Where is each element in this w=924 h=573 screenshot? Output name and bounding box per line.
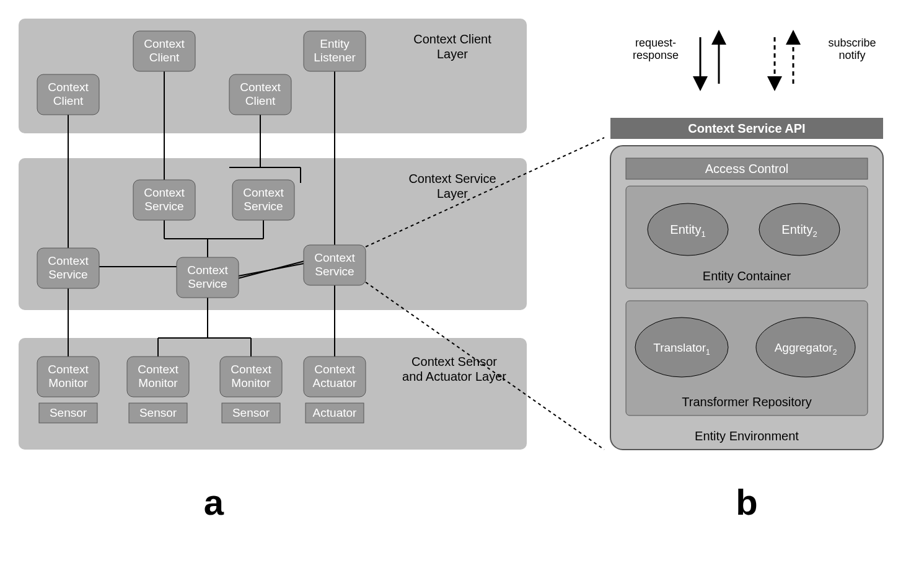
node-service-4: ContextService [177, 257, 239, 298]
svg-text:ContextClient: ContextClient [240, 81, 281, 107]
node-sensor-2: Sensor [129, 403, 187, 423]
svg-text:ContextMonitor: ContextMonitor [138, 363, 178, 389]
node-monitor-1: ContextMonitor [37, 357, 99, 397]
svg-text:ContextService: ContextService [144, 186, 185, 213]
svg-text:ContextMonitor: ContextMonitor [48, 363, 89, 389]
entity-environment-label: Entity Environment [695, 429, 799, 443]
svg-text:subscribenotify: subscribenotify [828, 37, 876, 61]
svg-text:ContextService: ContextService [187, 264, 228, 290]
node-service-3: ContextService [37, 248, 99, 288]
node-client-b: ContextClient [133, 31, 195, 71]
svg-text:ContextService: ContextService [243, 186, 284, 213]
node-sensor-1: Sensor [39, 403, 97, 423]
node-actuator-box: Actuator [306, 403, 364, 423]
svg-text:Sensor: Sensor [232, 406, 270, 419]
svg-text:ContextClient: ContextClient [144, 37, 185, 64]
node-service-2: ContextService [232, 180, 294, 220]
architecture-diagram: Context ClientLayer Context ServiceLayer… [0, 0, 924, 573]
node-monitor-3: ContextMonitor [220, 357, 282, 397]
context-service-api-label: Context Service API [688, 122, 805, 135]
svg-text:ContextService: ContextService [314, 251, 355, 278]
panel-a: Context ClientLayer Context ServiceLayer… [19, 19, 604, 522]
svg-text:ContextActuator: ContextActuator [313, 363, 357, 389]
node-service-1: ContextService [133, 180, 195, 220]
legend-reqres: request-response [633, 37, 719, 84]
transformer-repo-label: Transformer Repository [682, 395, 811, 409]
svg-text:ContextService: ContextService [48, 254, 89, 281]
node-client-a: ContextClient [37, 74, 99, 115]
access-control-label: Access Control [705, 162, 789, 175]
node-client-c: ContextClient [229, 74, 291, 115]
svg-text:ContextClient: ContextClient [48, 81, 89, 107]
svg-text:ContextMonitor: ContextMonitor [231, 363, 271, 389]
node-entity-listener: EntityListener [304, 31, 366, 71]
svg-text:Sensor: Sensor [50, 406, 87, 419]
node-service-5: ContextService [304, 245, 366, 285]
panel-b-label: b [736, 482, 757, 522]
node-context-actuator: ContextActuator [304, 357, 366, 397]
node-monitor-2: ContextMonitor [127, 357, 189, 397]
panel-a-label: a [204, 482, 224, 522]
entity-container-label: Entity Container [703, 269, 791, 283]
legend-subnotify: subscribenotify [775, 37, 876, 84]
svg-text:Sensor: Sensor [139, 406, 177, 419]
node-sensor-3: Sensor [222, 403, 280, 423]
svg-text:Actuator: Actuator [313, 406, 357, 419]
panel-b: request-response subscribenotify Context… [610, 37, 883, 522]
svg-text:request-response: request-response [633, 37, 679, 61]
